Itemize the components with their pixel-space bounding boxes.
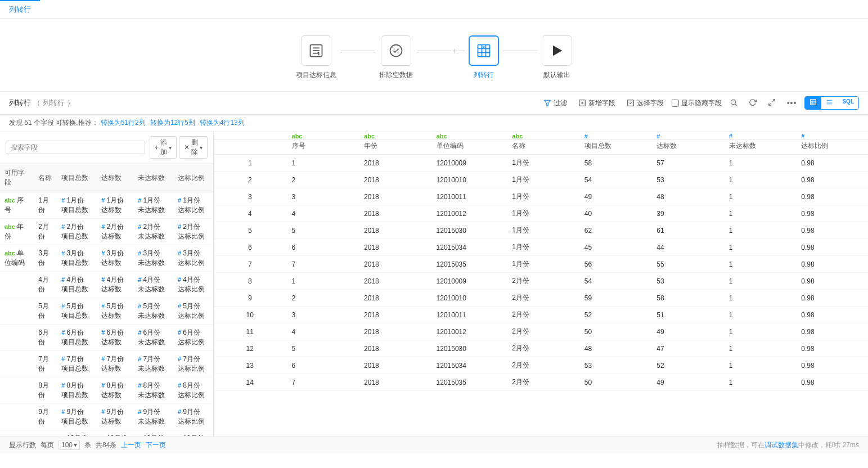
- left-reached-cell: # 2月份 达标数: [97, 219, 133, 245]
- right-total-cell: 54: [579, 273, 651, 290]
- right-unitcode-cell: 12015030: [431, 340, 507, 357]
- label-row: 序号 年份 单位编码 名称 项目总数 达标数 未达标数 达标比例: [214, 140, 868, 155]
- right-total-cell: 59: [579, 290, 651, 307]
- svg-line-22: [768, 103, 771, 105]
- right-seqno-cell: 7: [286, 374, 359, 391]
- left-total-cell: # 10月份 项目总数: [57, 430, 97, 436]
- right-table-row: 9 2 2018 12010010 2月份 59 58 1 0.98: [214, 290, 868, 307]
- left-total-cell: # 3月份 项目总数: [57, 245, 97, 272]
- right-not-reached-cell: 1: [723, 155, 796, 172]
- del-btn[interactable]: ✕ 删除 ▾: [179, 136, 208, 159]
- add-field-btn[interactable]: 新增字段: [575, 97, 619, 110]
- left-col-reached: 达标数: [97, 164, 133, 192]
- right-name-cell: 1月份: [506, 222, 579, 239]
- add-btn[interactable]: + 添加 ▾: [150, 136, 177, 159]
- left-available-cell: abc 年份: [0, 219, 34, 245]
- right-name-cell: 1月份: [506, 172, 579, 188]
- pipeline-node-3[interactable]: 列转行: [469, 35, 499, 80]
- left-not-reached-cell: # 3月份 未达标数: [133, 245, 173, 272]
- fullscreen-btn[interactable]: [764, 97, 779, 110]
- right-unitcode-cell: 12015034: [431, 357, 507, 374]
- left-total-cell: # 5月份 项目总数: [57, 298, 97, 325]
- col-seqno-label: 序号: [286, 140, 359, 155]
- right-info: 抽样数据，可在调试数据集中修改，耗时: 27ms: [717, 440, 859, 450]
- right-seqno-cell: 1: [286, 273, 359, 290]
- hidden-checkbox-input[interactable]: [672, 100, 679, 107]
- col-total-label: 项目总数: [579, 140, 651, 155]
- right-seqno-cell: 4: [286, 205, 359, 222]
- right-not-reached-cell: 1: [723, 172, 796, 188]
- left-ratio-cell: # 10月份 达标比例: [173, 430, 213, 436]
- right-rownum-cell: 4: [214, 205, 286, 222]
- add-field-icon: [578, 99, 586, 107]
- refresh-icon: [749, 98, 757, 106]
- right-rownum-cell: 14: [214, 374, 286, 391]
- right-year-cell: 2018: [358, 307, 431, 323]
- debug-dataset-link[interactable]: 调试数据集: [764, 441, 798, 449]
- more-btn[interactable]: •••: [784, 97, 800, 109]
- select-field-btn[interactable]: 选择字段: [623, 97, 667, 110]
- field-search-input[interactable]: [6, 141, 145, 154]
- prev-page-btn[interactable]: 上一页: [121, 440, 141, 450]
- pipeline-connector-2: +: [417, 46, 464, 56]
- right-total-cell: 56: [579, 256, 651, 273]
- suggestion-opt-3[interactable]: 转换为4行13列: [200, 118, 245, 128]
- select-field-icon: [627, 99, 635, 107]
- toolbar-sub2: 列转行: [43, 98, 65, 108]
- type-seqno: abc: [286, 132, 359, 140]
- sql-view-btn[interactable]: SQL: [838, 97, 858, 109]
- right-table-row: 4 4 2018 12010012 1月份 40 39 1 0.98: [214, 205, 868, 222]
- next-page-btn[interactable]: 下一页: [146, 440, 166, 450]
- left-table: 可用字段 名称 项目总数 达标数 未达标数 达标比例 abc 序号 1月份 # …: [0, 164, 213, 436]
- left-table-row: 7月份 # 7月份 项目总数 # 7月份 达标数 # 7月份 未达标数 # 7月…: [0, 351, 213, 377]
- right-unitcode-cell: 12010010: [431, 172, 507, 188]
- view-btn-group: SQL: [804, 96, 859, 110]
- right-rownum-cell: 7: [214, 256, 286, 273]
- field-type-badge: abc: [5, 223, 15, 230]
- refresh-btn[interactable]: [745, 97, 760, 110]
- left-not-reached-cell: # 4月份 未达标数: [133, 272, 173, 298]
- type-ratio: #: [795, 132, 868, 140]
- right-year-cell: 2018: [358, 374, 431, 391]
- right-not-reached-cell: 1: [723, 357, 796, 374]
- pipeline-node-4[interactable]: 默认输出: [542, 35, 572, 80]
- left-col-ratio: 达标比例: [173, 164, 213, 192]
- right-reached-cell: 58: [651, 290, 723, 307]
- pipeline-node-1[interactable]: 项目达标信息: [296, 35, 336, 80]
- right-seqno-cell: 6: [286, 357, 359, 374]
- table-view-btn[interactable]: [805, 97, 821, 109]
- left-ratio-cell: # 2月份 达标比例: [173, 219, 213, 245]
- per-page-select[interactable]: 100 ▾: [59, 440, 80, 450]
- right-total-cell: 52: [579, 307, 651, 323]
- right-ratio-cell: 0.98: [795, 357, 868, 374]
- suggestion-opt-1[interactable]: 转换为51行2列: [101, 118, 146, 128]
- right-not-reached-cell: 1: [723, 307, 796, 323]
- right-not-reached-cell: 1: [723, 205, 796, 222]
- svg-rect-23: [811, 100, 816, 105]
- left-available-cell: [0, 298, 34, 325]
- right-seqno-cell: 5: [286, 222, 359, 239]
- node-label-4: 默认输出: [543, 70, 570, 80]
- search-btn[interactable]: [726, 97, 741, 110]
- show-hidden-checkbox[interactable]: 显示隐藏字段: [672, 98, 722, 108]
- pipeline-node-2[interactable]: 排除空数据: [379, 35, 413, 80]
- svg-point-19: [731, 100, 735, 104]
- right-not-reached-cell: 1: [723, 188, 796, 205]
- add-node-icon[interactable]: +: [452, 46, 457, 56]
- col-name-label: 名称: [506, 140, 579, 155]
- left-available-cell: [0, 377, 34, 404]
- tab-liezhuhang[interactable]: 列转行: [0, 0, 40, 18]
- col-not-reached-label: 未达标数: [723, 140, 796, 155]
- left-reached-cell: # 7月份 达标数: [97, 351, 133, 377]
- right-year-cell: 2018: [358, 357, 431, 374]
- right-ratio-cell: 0.98: [795, 205, 868, 222]
- del-icon: ✕: [184, 143, 190, 151]
- field-type-badge: abc: [5, 197, 15, 204]
- left-available-cell: [0, 430, 34, 436]
- right-year-cell: 2018: [358, 290, 431, 307]
- filter-btn[interactable]: 过滤: [540, 97, 570, 110]
- right-rownum-cell: 11: [214, 323, 286, 340]
- suggestion-opt-2[interactable]: 转换为12行5列: [150, 118, 195, 128]
- left-available-cell: [0, 325, 34, 351]
- list-view-btn[interactable]: [821, 97, 838, 109]
